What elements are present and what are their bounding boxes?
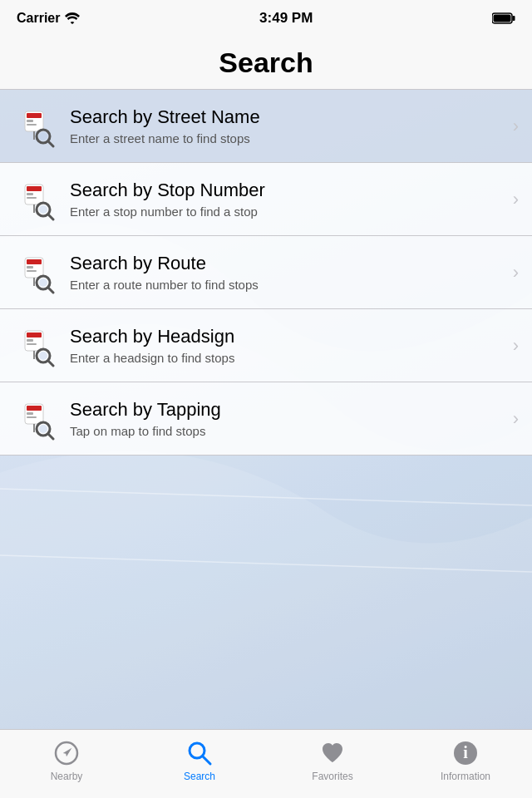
svg-rect-40 (27, 416, 37, 418)
svg-line-35 (48, 361, 53, 366)
search-icon (185, 739, 214, 767)
svg-rect-14 (27, 186, 42, 191)
headsign-subtitle: Enter a headsign to find stops (70, 351, 506, 365)
tapping-subtitle: Tap on map to find stops (70, 424, 506, 438)
street-name-text: Search by Street Name Enter a street nam… (70, 106, 506, 145)
route-title: Search by Route (70, 253, 506, 274)
carrier-info: Carrier (17, 11, 80, 26)
svg-rect-22 (27, 259, 42, 264)
stop-number-text: Search by Stop Number Enter a stop numbe… (70, 180, 506, 219)
tab-information[interactable]: i Information (399, 730, 532, 798)
tapping-icon (13, 397, 57, 441)
stop-number-icon (13, 178, 57, 221)
stop-number-title: Search by Stop Number (70, 180, 506, 201)
svg-rect-8 (27, 124, 37, 126)
tapping-title: Search by Tapping (70, 399, 506, 421)
svg-line-19 (48, 214, 53, 219)
tab-search[interactable]: Search (133, 730, 266, 798)
svg-rect-23 (27, 266, 33, 268)
svg-rect-32 (27, 343, 37, 345)
svg-line-27 (48, 288, 53, 293)
list-item-stop-number[interactable]: Search by Stop Number Enter a stop numbe… (0, 163, 532, 236)
tapping-chevron: › (513, 408, 519, 430)
street-name-chevron: › (513, 116, 519, 137)
tab-information-label: Information (441, 771, 490, 782)
tab-bar: Nearby Search Favorites i Information (0, 729, 532, 798)
svg-rect-24 (27, 270, 37, 272)
svg-line-3 (0, 489, 532, 505)
street-name-icon (13, 105, 57, 148)
search-list: Search by Street Name Enter a street nam… (0, 90, 532, 456)
stop-number-chevron: › (513, 189, 519, 210)
wifi-icon (65, 12, 80, 24)
status-time: 3:49 PM (259, 10, 313, 27)
svg-point-44 (39, 425, 47, 433)
main-content: Search by Street Name Enter a street nam… (0, 90, 532, 729)
list-item-route[interactable]: Search by Route Enter a route number to … (0, 236, 532, 309)
list-item-street-name[interactable]: Search by Street Name Enter a street nam… (0, 90, 532, 163)
tab-favorites-label: Favorites (312, 771, 352, 782)
list-item-tapping[interactable]: Search by Tapping Tap on map to find sto… (0, 382, 532, 456)
svg-rect-30 (27, 332, 42, 337)
tab-favorites[interactable]: Favorites (266, 730, 399, 798)
tab-nearby[interactable]: Nearby (0, 730, 133, 798)
svg-rect-39 (27, 412, 33, 415)
svg-rect-16 (27, 197, 37, 199)
svg-point-36 (39, 352, 47, 360)
page-title: Search (219, 47, 313, 79)
svg-rect-2 (493, 15, 510, 22)
tab-nearby-label: Nearby (51, 771, 83, 782)
carrier-label: Carrier (17, 11, 60, 26)
information-icon: i (451, 739, 480, 767)
svg-rect-1 (512, 16, 515, 21)
page-header: Search (0, 37, 532, 90)
svg-point-12 (39, 132, 47, 140)
favorites-icon (318, 739, 347, 767)
svg-line-48 (203, 756, 210, 764)
route-icon (13, 251, 57, 294)
svg-line-43 (48, 434, 53, 439)
svg-line-11 (48, 141, 53, 146)
tapping-text: Search by Tapping Tap on map to find sto… (70, 399, 506, 438)
street-name-title: Search by Street Name (70, 106, 506, 128)
svg-rect-31 (27, 339, 33, 342)
stop-number-subtitle: Enter a stop number to find a stop (70, 204, 506, 219)
svg-point-20 (39, 205, 47, 214)
headsign-chevron: › (513, 335, 519, 357)
svg-text:i: i (463, 743, 468, 761)
svg-rect-38 (27, 406, 42, 411)
headsign-icon (13, 324, 57, 367)
list-item-headsign[interactable]: Search by Headsign Enter a headsign to f… (0, 309, 532, 382)
svg-rect-6 (27, 113, 42, 118)
route-chevron: › (513, 262, 519, 283)
route-text: Search by Route Enter a route number to … (70, 253, 506, 292)
headsign-text: Search by Headsign Enter a headsign to f… (70, 326, 506, 365)
nearby-icon (52, 739, 81, 767)
battery-icon (492, 12, 515, 24)
svg-point-28 (39, 278, 47, 287)
svg-rect-15 (27, 193, 33, 195)
battery-area (492, 12, 515, 24)
headsign-title: Search by Headsign (70, 326, 506, 347)
route-subtitle: Enter a route number to find stops (70, 278, 506, 292)
status-bar: Carrier 3:49 PM (0, 0, 532, 37)
svg-marker-46 (63, 746, 74, 757)
svg-rect-7 (27, 120, 33, 122)
street-name-subtitle: Enter a street name to find stops (70, 131, 506, 145)
svg-line-4 (0, 555, 532, 572)
tab-search-label: Search (184, 771, 215, 782)
